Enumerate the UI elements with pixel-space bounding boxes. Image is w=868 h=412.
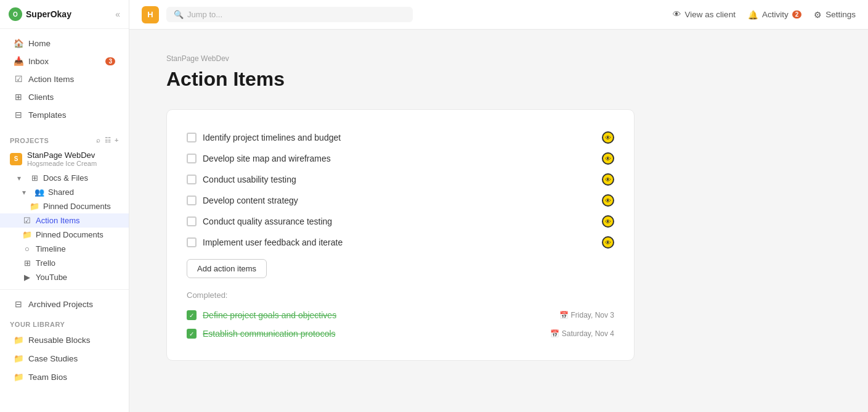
calendar-icon: 📅 xyxy=(550,329,559,338)
sidebar: O SuperOkay « 🏠 Home 📥 Inbox 3 ☑ Action … xyxy=(0,0,129,412)
action-item-row: Develop content strategy 👁 xyxy=(187,190,614,211)
pinned-docs-1-label: Pinned Documents xyxy=(43,202,111,211)
action-item-row: Identify project timelines and budget 👁 xyxy=(187,127,614,148)
sidebar-header: O SuperOkay « xyxy=(0,0,129,29)
action-items-label: Action Items xyxy=(28,75,74,84)
archived-label: Archived Projects xyxy=(28,300,93,309)
action-items-tree-icon: ☑ xyxy=(22,216,32,225)
action-label: Identify project timelines and budget xyxy=(203,133,596,142)
completed-checkbox[interactable]: ✓ xyxy=(187,329,197,339)
folder-icon-2: 📁 xyxy=(22,230,32,239)
trello-icon: ⊞ xyxy=(22,258,32,268)
date-tag: 📅 Saturday, Nov 4 xyxy=(550,329,614,338)
action-label: Develop content strategy xyxy=(203,196,596,205)
completed-item-row: ✓ Establish communication protocols 📅 Sa… xyxy=(187,324,614,343)
settings-button[interactable]: ⚙ Settings xyxy=(814,10,856,20)
gear-icon: ⚙ xyxy=(814,10,822,20)
team-bios-icon: 📁 xyxy=(14,372,23,382)
archived-icon: ⊟ xyxy=(14,299,23,309)
clients-label: Clients xyxy=(28,93,54,102)
action-checkbox[interactable] xyxy=(187,175,197,184)
add-project-icon[interactable]: + xyxy=(115,136,119,144)
youtube-icon: ▶ xyxy=(22,273,32,282)
templates-icon: ⊟ xyxy=(14,110,23,120)
sidebar-item-reusable-blocks[interactable]: 📁 Reusable Blocks xyxy=(4,331,125,348)
completed-item-row: ✓ Define project goals and objectives 📅 … xyxy=(187,306,614,324)
shared-label: Shared xyxy=(48,187,74,197)
tree-pinned-docs-2[interactable]: 📁 Pinned Documents xyxy=(0,228,129,242)
sidebar-item-action-items-top[interactable]: ☑ Action Items xyxy=(4,70,125,88)
sidebar-item-templates[interactable]: ⊟ Templates xyxy=(4,106,125,123)
visibility-icon[interactable]: 👁 xyxy=(602,215,614,228)
activity-badge: 2 xyxy=(792,10,802,19)
filter-projects-icon[interactable]: ☷ xyxy=(105,136,112,144)
sidebar-item-inbox[interactable]: 📥 Inbox 3 xyxy=(4,52,125,70)
activity-button[interactable]: 🔔 Activity 2 xyxy=(748,10,801,20)
tree-pinned-docs-1[interactable]: 📁 Pinned Documents xyxy=(0,199,129,213)
search-projects-icon[interactable]: ⌕ xyxy=(96,136,101,144)
action-label: Implement user feedback and iterate xyxy=(203,237,596,247)
tree-action-items[interactable]: ☑ Action Items xyxy=(0,213,129,228)
visibility-icon[interactable]: 👁 xyxy=(602,194,614,207)
visibility-icon[interactable]: 👁 xyxy=(602,131,614,144)
sidebar-item-clients[interactable]: ⊞ Clients xyxy=(4,88,125,105)
project-info: StanPage WebDev Hogsmeade Ice Cream xyxy=(27,150,97,167)
action-checkbox[interactable] xyxy=(187,133,197,142)
tree-docs-files[interactable]: ▾ ⊞ Docs & Files xyxy=(0,171,129,185)
action-checkbox[interactable] xyxy=(187,154,197,163)
date-text: Saturday, Nov 4 xyxy=(562,329,614,338)
settings-label: Settings xyxy=(825,10,856,19)
search-placeholder: Jump to... xyxy=(187,10,222,19)
project-stanpage[interactable]: S StanPage WebDev Hogsmeade Ice Cream xyxy=(0,147,129,171)
action-label: Conduct quality assurance testing xyxy=(203,216,596,226)
topbar-project-badge: H xyxy=(142,6,159,23)
reusable-blocks-label: Reusable Blocks xyxy=(28,336,91,345)
completed-checkbox[interactable]: ✓ xyxy=(187,310,197,320)
search-icon: 🔍 xyxy=(174,10,184,19)
action-item-row: Implement user feedback and iterate 👁 xyxy=(187,232,614,253)
docs-icon: ⊞ xyxy=(30,173,39,183)
tree-shared[interactable]: ▾ 👥 Shared xyxy=(0,185,129,199)
action-label: Conduct usability testing xyxy=(203,175,596,184)
tree-youtube[interactable]: ▶ YouTube xyxy=(0,270,129,284)
action-item-row: Conduct usability testing 👁 xyxy=(187,169,614,190)
bell-icon: 🔔 xyxy=(748,10,758,20)
sidebar-item-home[interactable]: 🏠 Home xyxy=(4,35,125,52)
pinned-docs-2-label: Pinned Documents xyxy=(36,230,103,239)
action-checkbox[interactable] xyxy=(187,237,197,247)
folder-icon-1: 📁 xyxy=(30,202,39,211)
visibility-icon[interactable]: 👁 xyxy=(602,152,614,165)
timeline-label: Timeline xyxy=(36,244,66,253)
project-avatar: S xyxy=(10,153,22,165)
sidebar-item-archived[interactable]: ⊟ Archived Projects xyxy=(4,295,125,313)
divider-1 xyxy=(0,289,129,290)
action-items-icon: ☑ xyxy=(14,74,23,84)
breadcrumb: StanPage WebDev xyxy=(166,54,831,63)
collapse-sidebar-button[interactable]: « xyxy=(115,9,120,19)
shared-icon: 👥 xyxy=(34,187,44,197)
projects-actions: ⌕ ☷ + xyxy=(96,136,119,144)
tree-timeline[interactable]: ○ Timeline xyxy=(0,242,129,256)
eye-icon-topbar: 👁 xyxy=(673,10,681,19)
home-label: Home xyxy=(28,39,51,48)
action-items-list: Identify project timelines and budget 👁 … xyxy=(187,127,614,253)
inbox-icon: 📥 xyxy=(14,56,23,66)
action-checkbox[interactable] xyxy=(187,196,197,205)
view-as-client-label: View as client xyxy=(685,10,736,19)
date-tag: 📅 Friday, Nov 3 xyxy=(559,311,614,319)
action-checkbox[interactable] xyxy=(187,216,197,226)
visibility-icon[interactable]: 👁 xyxy=(602,236,614,249)
sidebar-item-case-studies[interactable]: 📁 Case Studies xyxy=(4,350,125,367)
trello-label: Trello xyxy=(36,258,55,268)
view-as-client-button[interactable]: 👁 View as client xyxy=(673,10,736,19)
tree-trello[interactable]: ⊞ Trello xyxy=(0,256,129,270)
completed-label-text: Establish communication protocols xyxy=(203,329,544,339)
search-bar[interactable]: 🔍 Jump to... xyxy=(166,7,413,22)
add-action-items-button[interactable]: Add action items xyxy=(187,259,267,278)
activity-label: Activity xyxy=(762,10,789,19)
sidebar-item-team-bios[interactable]: 📁 Team Bios xyxy=(4,368,125,385)
timeline-icon: ○ xyxy=(22,244,32,253)
case-studies-label: Case Studies xyxy=(28,354,78,363)
visibility-icon[interactable]: 👁 xyxy=(602,173,614,186)
library-section-title: Your Library xyxy=(0,313,129,331)
